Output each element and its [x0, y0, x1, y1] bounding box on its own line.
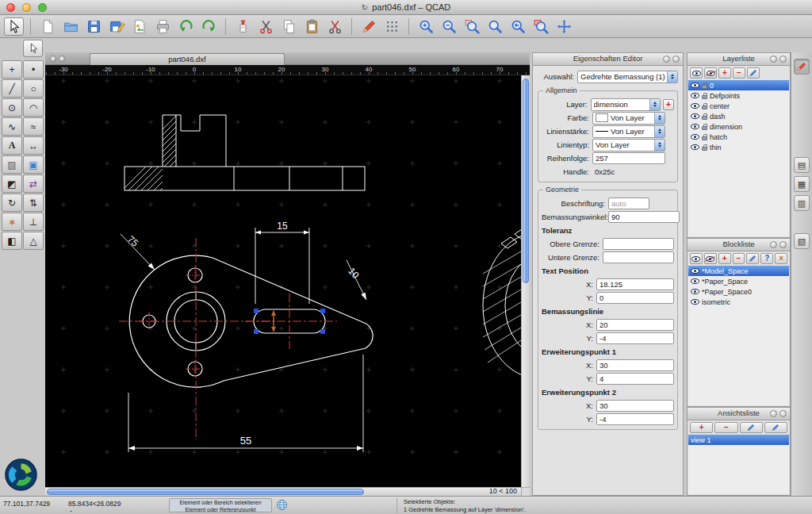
zoom-auto-button[interactable]: [485, 17, 505, 36]
layer-row[interactable]: center: [688, 101, 789, 111]
eye-icon[interactable]: [691, 144, 699, 150]
edit-layer-button[interactable]: [747, 67, 760, 79]
eye-icon[interactable]: [691, 124, 699, 129]
extension-point-2-x-field[interactable]: [596, 400, 674, 412]
spline-tool-button[interactable]: ∿: [2, 117, 22, 136]
panel-close-button[interactable]: [779, 410, 787, 417]
rotate-tool-button[interactable]: ↻: [2, 194, 22, 212]
lock-icon[interactable]: [702, 147, 707, 151]
zoom-previous-button[interactable]: [508, 17, 528, 36]
copy-button[interactable]: [278, 17, 299, 36]
add-block-button[interactable]: +: [718, 253, 731, 264]
block-help-button[interactable]: ?: [760, 253, 773, 264]
hide-all-blocks-button[interactable]: [704, 253, 717, 264]
dimension-tool-button[interactable]: ↔: [23, 136, 44, 155]
modify-tool-button[interactable]: ⇄: [23, 175, 44, 193]
svg-export-button[interactable]: [129, 17, 150, 36]
selection-combo[interactable]: Gedrehte Bemassung (1): [577, 71, 678, 83]
horizontal-scrollbar[interactable]: [45, 487, 521, 496]
cut-button[interactable]: [255, 17, 276, 36]
layer-combo[interactable]: dimension: [591, 98, 661, 111]
view-list-toggle-button[interactable]: ▥: [794, 195, 810, 211]
hatch-tool-button[interactable]: ▨: [2, 155, 22, 174]
selection-mode-button[interactable]: [23, 40, 43, 57]
dimension-text-field[interactable]: [608, 198, 649, 209]
library-browser-toggle-button[interactable]: ▧: [794, 233, 810, 249]
dim-slot-length-text[interactable]: 15: [277, 221, 288, 232]
layer-row[interactable]: Defpoints: [688, 90, 789, 101]
eye-icon[interactable]: [691, 278, 699, 284]
open-drawing-button[interactable]: [60, 17, 81, 36]
dim-total-length-text[interactable]: 55: [240, 435, 251, 447]
layer-row[interactable]: hatch: [688, 132, 789, 142]
extension-point-1-y-field[interactable]: [596, 373, 674, 385]
draw-order-field[interactable]: [592, 152, 665, 164]
panel-minimize-button[interactable]: [770, 410, 777, 417]
block-row[interactable]: *Paper_Space: [688, 276, 789, 286]
add-layer-button[interactable]: +: [718, 67, 731, 79]
save-drawing-as-button[interactable]: [106, 17, 127, 36]
dimension-angle-field[interactable]: [608, 211, 680, 223]
eye-icon[interactable]: [691, 82, 699, 88]
text-position-x-field[interactable]: [596, 278, 674, 290]
add-layer-quick-button[interactable]: +: [663, 99, 674, 110]
eye-icon[interactable]: [691, 299, 699, 305]
extension-point-1-x-field[interactable]: [596, 359, 674, 371]
grid-toggle-button[interactable]: [381, 17, 402, 36]
titlebar[interactable]: ↻part046.dxf – QCAD: [0, 0, 812, 15]
delete-button[interactable]: [324, 17, 345, 36]
zoom-window-tool-button[interactable]: [462, 17, 482, 36]
color-combo[interactable]: Von Layer: [592, 112, 665, 125]
upper-limit-field[interactable]: [603, 238, 674, 250]
mirror-tool-button[interactable]: ⇅: [23, 194, 44, 212]
block-row[interactable]: isometric: [688, 297, 789, 307]
property-editor-toggle-button[interactable]: [794, 59, 810, 75]
text-position-y-field[interactable]: [596, 292, 674, 304]
lower-limit-field[interactable]: [603, 251, 674, 263]
rename-view-button[interactable]: [764, 422, 787, 433]
drawing-viewport[interactable]: 15 55 75 10: [45, 75, 530, 496]
add-view-button[interactable]: +: [690, 422, 713, 433]
snap-tool-button[interactable]: +: [2, 60, 22, 79]
panel-close-button[interactable]: [779, 56, 787, 63]
trim-tool-button[interactable]: ⊥: [23, 213, 44, 231]
eye-icon[interactable]: [691, 113, 699, 119]
block-tool-button[interactable]: ◧: [2, 232, 22, 250]
tab-close-button[interactable]: [50, 56, 56, 62]
zoom-selection-button[interactable]: [530, 17, 551, 36]
vertical-scrollbar-thumb[interactable]: [523, 79, 529, 283]
info-tool-button[interactable]: ◩: [2, 175, 22, 193]
document-tab[interactable]: part046.dxf: [90, 53, 285, 65]
show-all-layers-button[interactable]: [690, 67, 703, 79]
drawing-canvas[interactable]: 15 55 75 10: [45, 75, 521, 487]
layer-row[interactable]: dimension: [688, 121, 789, 132]
panel-minimize-button[interactable]: [770, 56, 777, 63]
selection-tool-button[interactable]: [4, 17, 24, 36]
pan-button[interactable]: [553, 17, 574, 36]
lock-icon[interactable]: [702, 105, 707, 109]
dimension-line-y-field[interactable]: [596, 332, 674, 344]
panel-close-button[interactable]: [779, 241, 787, 248]
layer-list-toggle-button[interactable]: ▤: [794, 157, 810, 173]
panel-minimize-button[interactable]: [770, 241, 777, 248]
block-row[interactable]: *Paper_Space0: [688, 286, 789, 297]
image-tool-button[interactable]: ▣: [23, 155, 44, 174]
explode-tool-button[interactable]: ∗: [2, 213, 22, 231]
lock-icon[interactable]: [702, 136, 707, 140]
polyline-tool-button[interactable]: ≈: [23, 117, 44, 136]
eye-icon[interactable]: [691, 289, 699, 294]
edit-view-button[interactable]: [740, 422, 763, 433]
hide-all-layers-button[interactable]: [704, 67, 717, 79]
new-drawing-button[interactable]: [37, 17, 58, 36]
print-preview-button[interactable]: [152, 17, 173, 36]
panel-close-button[interactable]: [672, 56, 680, 63]
block-row[interactable]: *Model_Space: [688, 266, 789, 276]
point-tool-button[interactable]: •: [23, 60, 44, 79]
zoom-out-button[interactable]: [439, 17, 459, 36]
horizontal-scrollbar-thumb[interactable]: [47, 489, 364, 495]
tab-minimize-button[interactable]: [59, 56, 65, 62]
eye-icon[interactable]: [691, 134, 699, 140]
drawing-preferences-button[interactable]: [358, 17, 379, 36]
purge-block-button[interactable]: ×: [775, 253, 787, 264]
lock-icon[interactable]: [702, 126, 707, 130]
